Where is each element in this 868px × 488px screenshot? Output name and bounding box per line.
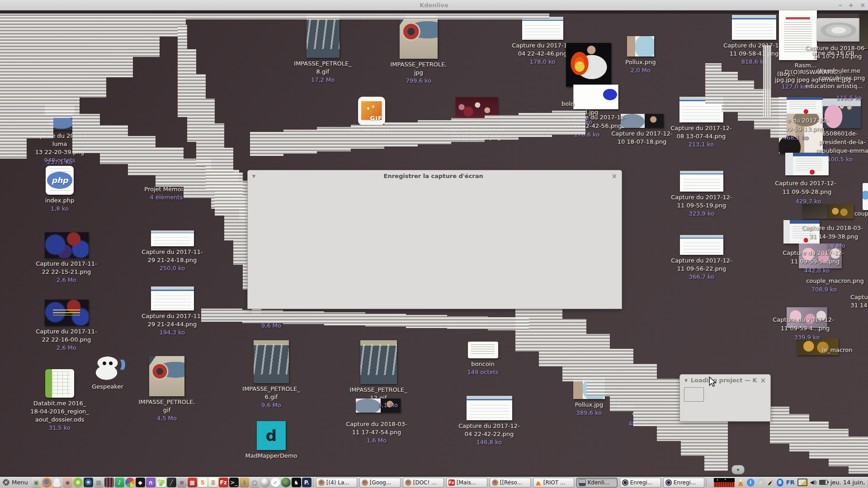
pen-launcher-icon[interactable]: ╱: [167, 478, 176, 487]
taskbar-window-button[interactable]: [DOC! ...: [403, 478, 444, 488]
color-wheel-launcher-icon[interactable]: [125, 478, 135, 487]
mixer-launcher-icon[interactable]: ≡: [177, 478, 187, 487]
eye-launcher-icon[interactable]: ◉: [63, 478, 72, 487]
notes-launcher-icon[interactable]: ≣: [208, 478, 218, 487]
volume-icon[interactable]: ◀)): [810, 479, 816, 487]
firefox-launcher-icon[interactable]: [42, 478, 52, 487]
desktop-loose-label: le_macron: [794, 346, 868, 354]
dialog-titlebar[interactable]: ▼ Loading project — K ×: [680, 375, 770, 386]
taskbar-window-button[interactable]: [RIOT ...: [533, 478, 574, 488]
brush-icon[interactable]: [768, 479, 774, 487]
sphere-launcher-icon[interactable]: [260, 478, 270, 487]
pdot-launcher-icon[interactable]: P.: [302, 478, 311, 487]
minimize-button[interactable]: –: [839, 0, 842, 10]
icon-label: gif: [163, 406, 170, 414]
molecules-launcher-icon[interactable]: [156, 478, 166, 487]
taskbar-window-button[interactable]: [[Réso...: [490, 478, 531, 488]
sheet-thumbnail: [45, 369, 74, 398]
panel-handle[interactable]: [706, 479, 710, 487]
panel-handle[interactable]: [313, 479, 314, 487]
taskbar-window-button[interactable]: [Goog...: [359, 478, 401, 488]
archive-launcher-icon[interactable]: ▤: [94, 478, 104, 487]
desktop-icon[interactable]: Capture du 2017-11-29 21-24-18.png250,0 …: [138, 230, 206, 272]
maximize-button[interactable]: +: [849, 0, 854, 10]
filezilla-launcher-icon[interactable]: Fz: [219, 478, 228, 487]
desktop-icon[interactable]: Capture du 2017-11-29 21-24-44.png194,3 …: [138, 286, 206, 337]
desktop-icon[interactable]: Capture du 2017-12-11 09-55-19.png323,9 …: [668, 171, 736, 218]
desktop-icon[interactable]: IMPASSE_PETROLE.gif4,5 Mo: [133, 356, 201, 422]
desktop-icon[interactable]: IMPASSE_PETROLE_12.gif: [344, 340, 412, 402]
icon-label: Pollux.png: [625, 58, 656, 66]
update-check-icon[interactable]: ✓: [757, 479, 765, 487]
desktop-loose-label: couple: [821, 210, 868, 218]
package-launcher-icon[interactable]: ↓: [240, 478, 249, 487]
desktop-loose-label: bolo: [525, 100, 611, 108]
taskbar-window-button[interactable]: [(4) La...: [316, 478, 357, 488]
desktop-icon[interactable]: boncoin149 octets: [449, 342, 517, 376]
desktop-icon[interactable]: IMPASSE_PETROLE_8.gif17,2 Mo: [289, 15, 357, 84]
horse-launcher-icon[interactable]: ♞: [292, 478, 301, 487]
taskbar-window-button[interactable]: Enregi...: [620, 478, 661, 488]
shade-icon[interactable]: ▼: [252, 174, 255, 178]
unity-launcher-icon[interactable]: ◆: [136, 478, 145, 487]
taskbar-window-button[interactable]: Fz[Mais...: [446, 478, 487, 488]
terminal-launcher-icon[interactable]: >_: [229, 478, 239, 487]
shade-icon[interactable]: ▼: [684, 378, 688, 383]
menu-button[interactable]: Menu: [0, 477, 32, 488]
shield-icon[interactable]: i: [747, 479, 755, 487]
dialog-body: [248, 182, 622, 308]
sublime-launcher-icon[interactable]: S: [198, 478, 208, 487]
vlc-tray-icon[interactable]: [737, 479, 744, 487]
camera-lens-launcher-icon[interactable]: [84, 478, 93, 487]
desktop-icon[interactable]: Capture du 2017-11-22 22-15-21.png2,6 Mo: [33, 232, 100, 284]
dark-orb-launcher-icon[interactable]: [281, 478, 291, 487]
icon-label: 11 09-56-22.png: [677, 265, 726, 273]
desktop-icon[interactable]: Pollux.png2,0 Mo: [607, 36, 675, 75]
desktop-icon[interactable]: Capture du 2018-03-11 17-47-54.png1,6 Mo: [343, 420, 410, 445]
icon-label: aout_dossier.ods: [35, 416, 84, 424]
taskbar-window-button[interactable]: Kdenli...: [576, 478, 618, 488]
dialog-titlebar[interactable]: ▼ Enregistrer la capture d'écran ×: [248, 170, 622, 182]
desktop-icon[interactable]: IMPASSE_PETROLE.jpg799,6 ko: [385, 15, 453, 85]
clock-check-launcher-icon[interactable]: ✓: [271, 478, 280, 487]
battery-icon[interactable]: [819, 480, 828, 485]
icon-size: 17,2 Mo: [311, 76, 335, 84]
taskbar-window-button[interactable]: Enregi...: [663, 478, 704, 488]
clock[interactable]: jeu. 14 juin, 10:30: [830, 479, 868, 486]
icon-size: 9,6 Mo: [261, 401, 281, 409]
record-icon: [622, 479, 628, 486]
desktop-icon[interactable]: Capture du 2017-11-22 22-16-00.png2,6 Mo: [33, 300, 100, 352]
scroll-down-button[interactable]: ▾: [731, 465, 745, 474]
display-icon[interactable]: [797, 479, 807, 486]
window-button-label: Enregi...: [674, 479, 696, 486]
firefox-icon: [405, 479, 411, 486]
audio-spectrum-widget[interactable]: [714, 478, 735, 487]
desktop-loose-label: education artistiq...: [791, 82, 868, 90]
note-thumbnail: [468, 342, 498, 358]
icon-size: 213,1 ko: [689, 141, 714, 149]
desktop-icon[interactable]: IMPASSE_PETROLE_6.gif9,6 Mo: [237, 340, 305, 409]
close-button[interactable]: ×: [860, 0, 865, 10]
glitch-band: [763, 45, 771, 117]
icon-size: 799,6 ko: [406, 77, 431, 85]
calculator-launcher-icon[interactable]: ▦: [188, 478, 197, 487]
gespeaker-launcher-icon[interactable]: [52, 478, 62, 487]
close-icon[interactable]: ×: [760, 376, 766, 385]
wall-thumbnail: [149, 356, 184, 396]
desktop-loose-label: 100,5 ko: [797, 155, 868, 164]
music-launcher-icon[interactable]: ♪: [115, 478, 124, 487]
desktop-icon[interactable]: Capture du 2017-12-04 22-42-22.png146,8 …: [455, 396, 523, 446]
desktop-icon[interactable]: phpindex.php1,8 ko: [26, 166, 94, 213]
desktop-icon[interactable]: Gespeaker: [74, 357, 142, 391]
film-launcher-icon[interactable]: [104, 478, 114, 487]
desktop-icon[interactable]: dMadMapperDemo: [237, 421, 305, 460]
close-icon[interactable]: ×: [611, 172, 617, 180]
display-settings-launcher-icon[interactable]: ▢: [250, 478, 259, 487]
bluetooth-icon[interactable]: B: [777, 479, 783, 487]
headphones-launcher-icon[interactable]: ∩: [146, 478, 156, 487]
window-button-list: [(4) La...[Goog...[DOC! ...Fz[Mais...[[R…: [316, 478, 704, 488]
desktop-icon[interactable]: Capture du 2017-12-11 09-56-22.png366,7 …: [668, 235, 736, 281]
keyboard-layout-icon[interactable]: FR: [786, 479, 795, 487]
session-manager-launcher-icon[interactable]: ▣: [32, 478, 41, 487]
green-disc-launcher-icon[interactable]: [73, 478, 83, 487]
